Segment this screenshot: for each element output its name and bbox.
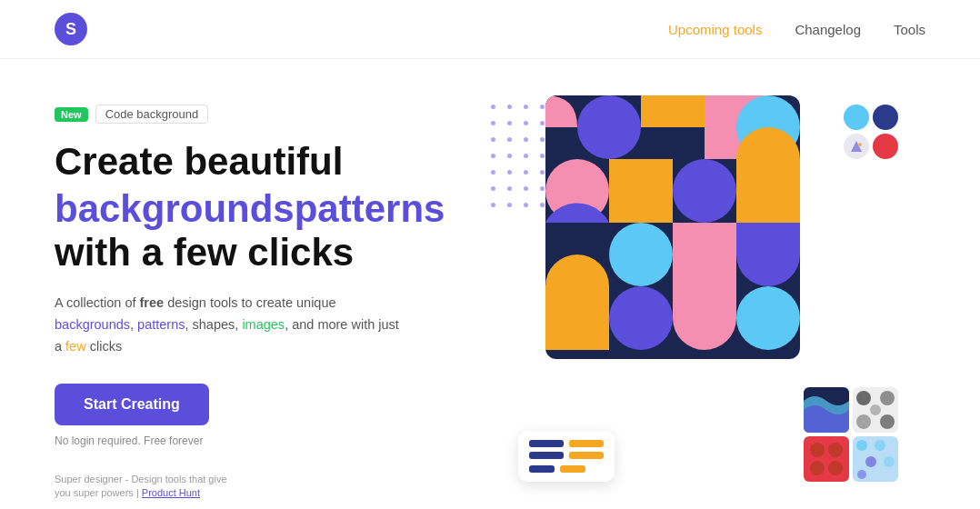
mini-bar-2: [569, 440, 604, 447]
svg-point-9: [858, 143, 862, 146]
badge-label: Code background: [95, 105, 209, 124]
svg-point-19: [856, 440, 867, 451]
main-content: New Code background Create beautiful bac…: [0, 59, 980, 509]
hero-left: New Code background Create beautiful bac…: [55, 95, 473, 509]
mini-bar-3: [529, 452, 564, 459]
svg-point-7: [609, 286, 673, 350]
hero-description: A collection of free design tools to cre…: [55, 293, 400, 358]
pattern-preview-card: [545, 95, 800, 359]
svg-point-12: [856, 414, 871, 429]
mini-bar-1: [529, 440, 564, 447]
start-creating-button[interactable]: Start Creating: [55, 384, 209, 425]
mini-tool-card: [518, 431, 615, 482]
mini-bar-5: [529, 465, 555, 473]
svg-point-11: [880, 391, 895, 405]
svg-point-15: [810, 443, 825, 457]
svg-point-0: [577, 95, 641, 159]
badge-new: New: [55, 107, 88, 122]
swatch-red: [873, 134, 898, 159]
navbar: S Upcoming tools Changelog Tools: [0, 0, 980, 59]
mini-bar-4: [569, 452, 604, 459]
no-login-text: No login required. Free forever: [55, 434, 473, 447]
swatch-blue: [844, 105, 869, 130]
hero-title-line1: Create beautiful: [55, 140, 473, 184]
product-hunt-link[interactable]: Product Hunt: [142, 487, 200, 498]
mini-pattern-cards: [804, 387, 898, 482]
product-hunt-text: Super designer - Design tools that give …: [55, 474, 227, 498]
product-hunt-badge: Super designer - Design tools that give …: [55, 473, 236, 501]
svg-point-14: [870, 404, 881, 415]
svg-point-8: [736, 286, 800, 350]
swatch-darkblue: [873, 105, 898, 130]
svg-point-10: [856, 391, 871, 405]
svg-point-21: [865, 456, 876, 467]
hero-right: [473, 95, 925, 509]
svg-point-22: [884, 456, 895, 467]
mini-card-1: [804, 387, 849, 433]
swatch-light: [844, 134, 869, 159]
color-swatches: [844, 105, 898, 159]
nav-changelog[interactable]: Changelog: [795, 22, 861, 37]
mini-card-3: [804, 436, 849, 482]
hero-title-colored: backgroundspatterns: [55, 187, 473, 231]
mini-card-4: [853, 436, 898, 482]
svg-point-23: [857, 470, 866, 479]
svg-rect-6: [673, 223, 736, 286]
mini-card-2: [853, 387, 898, 433]
svg-point-5: [609, 223, 673, 286]
svg-point-16: [828, 443, 843, 457]
mini-bar-6: [560, 465, 585, 473]
logo-letter: S: [65, 20, 76, 39]
svg-point-13: [880, 414, 895, 429]
svg-point-4: [673, 159, 736, 223]
nav-upcoming-tools[interactable]: Upcoming tools: [668, 22, 762, 37]
logo[interactable]: S: [55, 13, 87, 45]
nav-tools[interactable]: Tools: [894, 22, 925, 37]
nav-links: Upcoming tools Changelog Tools: [668, 22, 925, 37]
hero-colored-text: backgroundspatterns: [55, 187, 445, 230]
svg-point-17: [810, 461, 825, 475]
svg-point-18: [828, 461, 843, 475]
svg-point-20: [875, 440, 885, 451]
hero-title-line2: with a few clicks: [55, 231, 473, 274]
badge-row: New Code background: [55, 105, 473, 124]
